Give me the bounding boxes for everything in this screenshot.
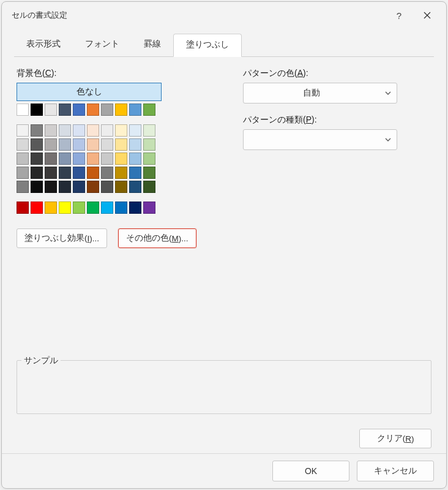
color-swatch[interactable]: [45, 138, 57, 151]
fill-columns: 背景色(C): 色なし 塗りつぶし効果(I)... その他の色(M)...: [17, 68, 431, 248]
color-swatch[interactable]: [17, 153, 29, 165]
sample-fieldset: サンプル: [17, 349, 431, 414]
color-swatch[interactable]: [115, 181, 127, 193]
pattern-type-group: パターンの種類(P):: [243, 115, 431, 150]
color-swatch[interactable]: [17, 124, 29, 137]
color-swatch[interactable]: [59, 202, 71, 214]
pattern-type-select[interactable]: [243, 129, 397, 150]
color-swatch[interactable]: [59, 124, 71, 137]
color-swatch[interactable]: [17, 138, 29, 151]
color-swatch[interactable]: [45, 202, 57, 214]
pattern-color-select[interactable]: 自動: [243, 83, 397, 104]
titlebar: セルの書式設定 ?: [2, 2, 446, 29]
clear-button[interactable]: クリア(R): [359, 429, 431, 448]
color-swatch[interactable]: [31, 104, 43, 116]
color-swatch[interactable]: [129, 153, 141, 165]
color-swatch[interactable]: [59, 167, 71, 179]
color-swatch[interactable]: [129, 138, 141, 151]
color-swatch[interactable]: [143, 167, 155, 179]
color-swatch[interactable]: [87, 181, 99, 193]
color-swatch[interactable]: [115, 167, 127, 179]
color-swatch[interactable]: [87, 153, 99, 165]
color-swatch[interactable]: [17, 167, 29, 179]
color-swatch[interactable]: [17, 202, 29, 214]
color-swatch[interactable]: [87, 138, 99, 151]
sample-preview: [17, 360, 431, 414]
color-swatch[interactable]: [59, 104, 71, 116]
color-swatch[interactable]: [101, 124, 113, 137]
color-swatch[interactable]: [143, 124, 155, 137]
color-swatch[interactable]: [129, 104, 141, 116]
sample-legend: サンプル: [21, 355, 61, 366]
color-swatch[interactable]: [17, 181, 29, 193]
color-swatch[interactable]: [87, 124, 99, 137]
color-swatch[interactable]: [31, 202, 43, 214]
color-swatch[interactable]: [101, 104, 113, 116]
color-swatch[interactable]: [73, 181, 85, 193]
color-swatch[interactable]: [45, 167, 57, 179]
color-swatch[interactable]: [31, 153, 43, 165]
swatch-row: [17, 138, 206, 151]
color-swatch[interactable]: [87, 167, 99, 179]
color-swatch[interactable]: [45, 181, 57, 193]
no-color-label: 色なし: [77, 86, 102, 97]
color-swatch[interactable]: [115, 138, 127, 151]
color-swatch[interactable]: [59, 181, 71, 193]
standard-color-row: [17, 202, 206, 214]
color-swatch[interactable]: [143, 202, 155, 214]
more-colors-button[interactable]: その他の色(M)...: [118, 228, 196, 248]
tab-2[interactable]: 罫線: [132, 34, 173, 56]
color-swatch[interactable]: [101, 202, 113, 214]
color-swatch[interactable]: [31, 181, 43, 193]
color-swatch[interactable]: [129, 124, 141, 137]
color-swatch[interactable]: [143, 181, 155, 193]
color-swatch[interactable]: [45, 153, 57, 165]
color-swatch[interactable]: [129, 181, 141, 193]
color-swatch[interactable]: [143, 104, 155, 116]
color-swatch[interactable]: [143, 138, 155, 151]
color-swatch[interactable]: [143, 153, 155, 165]
tab-0[interactable]: 表示形式: [14, 34, 73, 56]
svg-line-1: [424, 12, 430, 18]
color-swatch[interactable]: [129, 167, 141, 179]
color-swatch[interactable]: [73, 167, 85, 179]
swatch-row: [17, 181, 206, 193]
color-swatch[interactable]: [129, 202, 141, 214]
color-swatch[interactable]: [31, 138, 43, 151]
color-swatch[interactable]: [73, 153, 85, 165]
color-swatch[interactable]: [101, 153, 113, 165]
tab-1[interactable]: フォント: [73, 34, 132, 56]
color-swatch[interactable]: [73, 138, 85, 151]
color-swatch[interactable]: [115, 104, 127, 116]
help-button[interactable]: ?: [385, 2, 413, 29]
color-swatch[interactable]: [73, 202, 85, 214]
tab-3[interactable]: 塗りつぶし: [173, 34, 242, 57]
background-color-label: 背景色(C):: [17, 68, 206, 79]
color-swatch[interactable]: [101, 167, 113, 179]
color-swatch[interactable]: [73, 104, 85, 116]
color-swatch[interactable]: [115, 153, 127, 165]
color-swatch[interactable]: [59, 153, 71, 165]
cancel-button[interactable]: キャンセル: [357, 461, 434, 481]
color-swatch[interactable]: [31, 124, 43, 137]
help-icon: ?: [397, 10, 401, 21]
color-swatch[interactable]: [73, 124, 85, 137]
dialog-footer: OK キャンセル: [2, 453, 446, 488]
color-swatch[interactable]: [45, 104, 57, 116]
color-swatch[interactable]: [101, 181, 113, 193]
svg-line-0: [424, 12, 430, 18]
color-swatch[interactable]: [87, 104, 99, 116]
swatch-row: [17, 167, 206, 179]
color-swatch[interactable]: [115, 202, 127, 214]
color-swatch[interactable]: [45, 124, 57, 137]
no-color-button[interactable]: 色なし: [17, 83, 162, 101]
fill-effects-button[interactable]: 塗りつぶし効果(I)...: [17, 228, 107, 248]
close-button[interactable]: [413, 2, 441, 29]
color-swatch[interactable]: [59, 138, 71, 151]
color-swatch[interactable]: [101, 138, 113, 151]
color-swatch[interactable]: [17, 104, 29, 116]
color-swatch[interactable]: [87, 202, 99, 214]
color-swatch[interactable]: [31, 167, 43, 179]
color-swatch[interactable]: [115, 124, 127, 137]
ok-button[interactable]: OK: [272, 461, 349, 481]
